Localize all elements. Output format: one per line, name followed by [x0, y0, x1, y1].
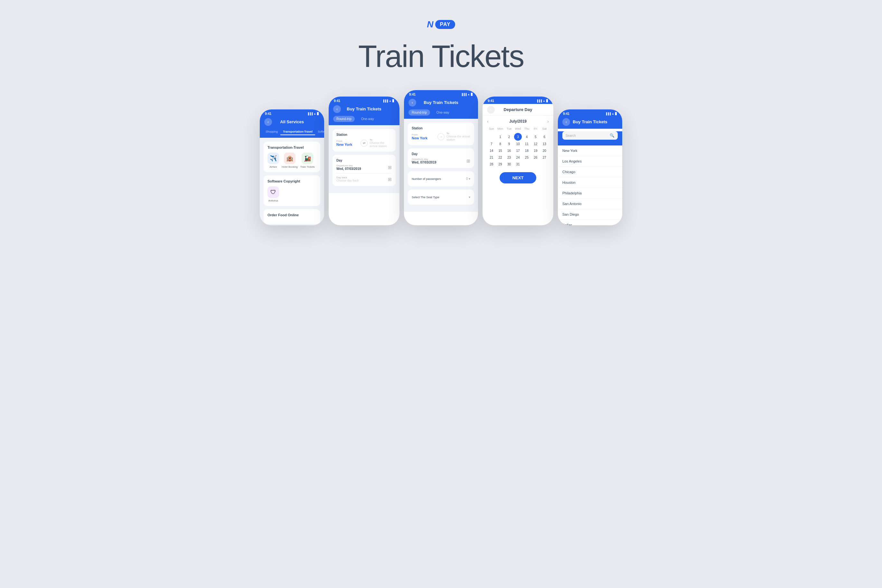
- cal-16[interactable]: 16: [505, 147, 513, 154]
- to-placeholder-2[interactable]: Choose the arrival station: [369, 141, 392, 148]
- from-value-2[interactable]: New York: [336, 142, 358, 146]
- day-sat: Sat: [540, 126, 549, 132]
- cal-4[interactable]: 4: [522, 133, 531, 141]
- city-houston[interactable]: Houston: [558, 177, 622, 188]
- tab-software[interactable]: Software: [315, 129, 324, 135]
- departure-row-3: Departure day Wed, 07/03/2019 ⊞: [412, 158, 470, 164]
- prev-month-btn[interactable]: ‹: [487, 119, 489, 124]
- status-icons-1: ▐▐▐▲▊: [307, 112, 319, 115]
- status-icons-5: ▐▐▐▲▊: [605, 112, 617, 115]
- calendar-icon-3[interactable]: ⊞: [466, 158, 470, 164]
- cal-30[interactable]: 30: [505, 161, 513, 168]
- tab-roundtrip-3[interactable]: Round-trip: [408, 110, 430, 116]
- search-placeholder-5[interactable]: Search: [566, 134, 608, 137]
- tab-oneway-2[interactable]: One-way: [358, 116, 377, 122]
- cal-13[interactable]: 13: [540, 141, 549, 147]
- city-new-york[interactable]: New York: [558, 146, 622, 156]
- back-button-3[interactable]: ‹: [408, 99, 416, 106]
- airfare-item[interactable]: ✈️ Airfare: [267, 153, 279, 168]
- software-icons: 🛡 Antivirus: [267, 186, 316, 202]
- city-san-antonio[interactable]: San Antonio: [558, 199, 622, 209]
- station-to-3: To Choose the arrival station: [447, 132, 470, 141]
- cal-12[interactable]: 12: [531, 141, 540, 147]
- cal-15[interactable]: 15: [496, 147, 504, 154]
- cal-8[interactable]: 8: [496, 141, 504, 147]
- food-category: Order Food Online: [264, 209, 320, 224]
- city-los-angeles[interactable]: Los Angeles: [558, 156, 622, 167]
- cal-3-today[interactable]: 3: [514, 133, 522, 141]
- back-button-2[interactable]: ‹: [333, 105, 341, 113]
- hotel-label: Hotel Booking: [282, 165, 298, 168]
- day-mon: Mon: [496, 126, 504, 132]
- hotel-item[interactable]: 🏨 Hotel Booking: [282, 153, 298, 168]
- header-row-1: ‹ All Services: [264, 119, 320, 124]
- cal-14[interactable]: 14: [487, 147, 496, 154]
- cal-22[interactable]: 22: [496, 154, 504, 161]
- back-button-5[interactable]: ‹: [562, 118, 570, 126]
- cal-2[interactable]: 2: [505, 133, 513, 141]
- back-button-1[interactable]: ‹: [264, 118, 272, 126]
- calendar-icon-2[interactable]: ⊞: [388, 165, 392, 170]
- header-row-5: ‹ Buy Train Tickets: [562, 119, 618, 124]
- cal-1[interactable]: 1: [496, 133, 504, 141]
- departure-info-2: Departure day Wed, 07/03/2019: [336, 164, 361, 171]
- calendar-icon-back-2[interactable]: ⊞: [388, 177, 392, 182]
- header-row-2: ‹ Buy Train Tickets: [333, 106, 395, 111]
- tab-shopping[interactable]: Shopping: [263, 129, 280, 135]
- seat-chevron-3[interactable]: ▾: [469, 195, 470, 199]
- next-month-btn[interactable]: ›: [547, 119, 549, 124]
- cal-24[interactable]: 24: [513, 154, 522, 161]
- cal-25[interactable]: 25: [522, 154, 531, 161]
- to-placeholder-3[interactable]: Choose the arrival station: [447, 135, 470, 141]
- city-chicago[interactable]: Chicago: [558, 167, 622, 177]
- cal-27[interactable]: 27: [540, 154, 549, 161]
- calendar-days: 1 2 3 4 5 6 7 8 9 10 11 12 13 14 15 16 1: [487, 133, 549, 168]
- station-card-2: Station From New York ⇄ To Choose the ar…: [333, 129, 396, 152]
- train-item[interactable]: 🚂 Train Tickets: [300, 153, 315, 168]
- header: N PAY Train Tickets: [358, 0, 524, 90]
- tab-transportation[interactable]: Transportation-Travel: [280, 129, 315, 135]
- cal-19[interactable]: 19: [531, 147, 540, 154]
- status-bar-1: 9:41 ▐▐▐▲▊: [260, 110, 324, 117]
- phone-buy-train-1: 9:41 ▐▐▐▲▊ ‹ Buy Train Tickets Round-tri…: [328, 96, 399, 225]
- cal-23[interactable]: 23: [505, 154, 513, 161]
- calendar-header: ‹ Departure Day: [483, 104, 554, 116]
- cal-9[interactable]: 9: [505, 141, 513, 147]
- cal-20[interactable]: 20: [540, 147, 549, 154]
- tab-roundtrip-2[interactable]: Round-trip: [333, 116, 355, 122]
- from-value-3[interactable]: New York: [412, 136, 435, 140]
- tab-oneway-3[interactable]: One-way: [433, 110, 453, 116]
- cal-6[interactable]: 6: [540, 133, 549, 141]
- back-button-4[interactable]: ‹: [487, 106, 495, 114]
- day-title-2: Day: [336, 159, 392, 162]
- next-button[interactable]: NEXT: [500, 172, 537, 183]
- cal-10[interactable]: 10: [513, 141, 522, 147]
- cal-28[interactable]: 28: [487, 161, 496, 168]
- cal-11[interactable]: 11: [522, 141, 531, 147]
- station-to-2: To Choose the arrival station: [369, 138, 392, 148]
- cal-18[interactable]: 18: [522, 147, 531, 154]
- cal-5[interactable]: 5: [531, 133, 540, 141]
- dayback-placeholder-2[interactable]: Choose day back: [336, 179, 359, 182]
- passengers-value-3[interactable]: 0 ▾: [466, 177, 470, 180]
- city-san-diego[interactable]: San Diego: [558, 209, 622, 220]
- status-bar-3: 9:41 ▐▐▐▲▊: [404, 90, 478, 98]
- antivirus-item[interactable]: 🛡 Antivirus: [267, 186, 279, 202]
- station-from-2: From New York: [336, 140, 358, 146]
- departure-value-2[interactable]: Wed, 07/03/2019: [336, 167, 361, 171]
- logo-n-icon: N: [427, 19, 433, 30]
- cal-29[interactable]: 29: [496, 161, 504, 168]
- swap-arrow-2[interactable]: ⇄: [360, 140, 368, 147]
- cal-7[interactable]: 7: [487, 141, 496, 147]
- cal-31[interactable]: 31: [513, 161, 522, 168]
- seat-card-3: Select The Seat Type ▾: [408, 190, 474, 205]
- departure-value-3[interactable]: Wed, 07/03/2019: [412, 160, 436, 164]
- swap-arrow-3[interactable]: →: [438, 133, 444, 140]
- city-dallas[interactable]: Dallas: [558, 220, 622, 225]
- cal-17[interactable]: 17: [513, 147, 522, 154]
- cal-21[interactable]: 21: [487, 154, 496, 161]
- cal-26[interactable]: 26: [531, 154, 540, 161]
- city-philadelphia[interactable]: Philadelphia: [558, 188, 622, 199]
- station-title-2: Station: [336, 133, 392, 136]
- day-card-3: Day Departure day Wed, 07/03/2019 ⊞: [408, 148, 474, 168]
